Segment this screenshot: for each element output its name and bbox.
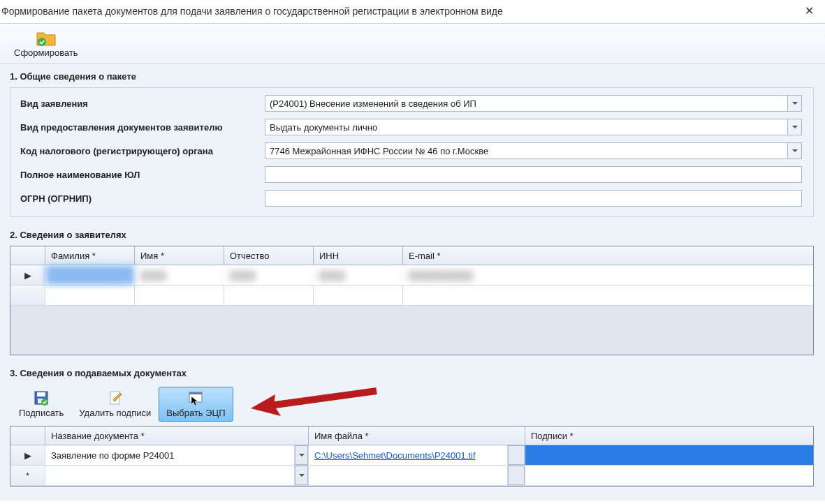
application-type-label: Вид заявления — [20, 98, 265, 109]
applicant-email-cell[interactable] — [403, 286, 813, 305]
chevron-down-icon — [792, 149, 798, 152]
applicant-email-cell[interactable]: ██████████ — [403, 265, 813, 285]
tax-code-select[interactable]: 7746 Межрайонная ИФНС России № 46 по г.М… — [265, 142, 802, 159]
sign-button[interactable]: Подписать — [11, 387, 71, 422]
choose-ecp-label: Выбрать ЭЦП — [166, 408, 225, 418]
applicant-firstname-cell[interactable] — [135, 286, 224, 305]
annotation-red-arrow — [247, 385, 387, 422]
documents-toolbar: Подписать Удалить подписи — [10, 384, 814, 426]
section2-title: 2. Сведения о заявителях — [10, 230, 814, 240]
form-package-label: Сформировать — [14, 47, 78, 58]
form-package-button[interactable]: Сформировать — [8, 27, 84, 60]
window-title: Формирование пакета документов для подач… — [1, 6, 503, 17]
applicants-patronymic-header[interactable]: Отчество — [224, 246, 314, 265]
remove-signs-label: Удалить подписи — [79, 408, 151, 418]
documents-row[interactable]: ▶ Заявление по форме Р24001 C:\Users\Seh… — [10, 445, 813, 466]
doc-file-cell[interactable]: C:\Users\Sehmet\Documents\P24001.tif — [309, 445, 508, 465]
choose-ecp-button[interactable]: Выбрать ЭЦП — [159, 387, 233, 422]
svg-rect-7 — [189, 392, 202, 394]
applicant-inn-cell[interactable]: ████ — [314, 265, 403, 285]
applicants-grid-empty-area — [10, 306, 813, 355]
chevron-down-icon — [299, 474, 305, 477]
applicants-row[interactable]: ▶ ██████ ████ ████ ████ ██████████ — [10, 265, 813, 286]
section-documents: 3. Сведения о подаваемых документах Подп… — [10, 368, 814, 487]
application-type-value: (Р24001) Внесение изменений в сведения о… — [265, 95, 788, 112]
doc-pencil-icon — [108, 390, 123, 406]
tax-code-dropdown-button[interactable] — [788, 142, 802, 159]
applicants-firstname-header[interactable]: Имя * — [135, 246, 224, 265]
delivery-method-dropdown-button[interactable] — [788, 119, 802, 135]
sign-button-label: Подписать — [19, 408, 64, 418]
applicant-patronymic-cell[interactable]: ████ — [224, 265, 314, 285]
row-selector[interactable]: * — [10, 466, 45, 485]
doc-file-browse-button[interactable] — [508, 466, 525, 485]
docs-name-header[interactable]: Название документа * — [45, 427, 309, 445]
ogrn-input[interactable] — [265, 190, 802, 207]
docs-selector-header — [10, 427, 45, 445]
delivery-method-select[interactable]: Выдать документы лично — [265, 119, 802, 135]
doc-name-cell[interactable]: Заявление по форме Р24001 — [45, 445, 295, 465]
applicants-email-header[interactable]: E-mail * — [403, 246, 813, 265]
section-general-info: 1. Общие сведения о пакете Вид заявления… — [10, 71, 814, 217]
section3-title: 3. Сведения о подаваемых документах — [10, 368, 814, 378]
floppy-sign-icon — [34, 390, 49, 406]
applicants-selector-header — [10, 246, 45, 265]
doc-file-cell[interactable] — [309, 466, 508, 485]
section-applicants: 2. Сведения о заявителях Фамилия * Имя *… — [10, 230, 814, 355]
legal-full-name-label: Полное наименование ЮЛ — [20, 170, 265, 180]
delivery-method-label: Вид предоставления документов заявителю — [20, 122, 265, 133]
doc-name-dropdown-button[interactable] — [295, 466, 309, 485]
application-type-select[interactable]: (Р24001) Внесение изменений в сведения о… — [265, 95, 802, 112]
remove-signs-button[interactable]: Удалить подписи — [71, 387, 159, 422]
main-toolbar: Сформировать — [0, 24, 825, 64]
cursor-icon — [190, 395, 201, 406]
row-selector[interactable] — [10, 286, 45, 305]
documents-grid: Название документа * Имя файла * Подписи… — [10, 426, 814, 487]
applicant-lastname-cell[interactable]: ██████ — [45, 265, 135, 285]
row-selector[interactable]: ▶ — [10, 265, 45, 285]
applicant-firstname-cell[interactable]: ████ — [135, 265, 224, 285]
chevron-down-icon — [299, 454, 305, 457]
applicants-grid: Фамилия * Имя * Отчество ИНН E-mail * ▶ … — [10, 246, 814, 355]
docs-file-header[interactable]: Имя файла * — [309, 427, 525, 445]
applicant-lastname-cell[interactable] — [45, 286, 135, 305]
tax-code-value: 7746 Межрайонная ИФНС России № 46 по г.М… — [265, 142, 788, 159]
close-button[interactable]: ✕ — [801, 3, 818, 19]
doc-signatures-cell[interactable] — [525, 466, 813, 485]
doc-name-dropdown-button[interactable] — [295, 445, 309, 465]
applicant-patronymic-cell[interactable] — [224, 286, 314, 305]
doc-file-link[interactable]: C:\Users\Sehmet\Documents\P24001.tif — [314, 450, 476, 461]
applicant-inn-cell[interactable] — [314, 286, 403, 305]
chevron-down-icon — [792, 126, 798, 128]
delivery-method-value: Выдать документы лично — [265, 119, 788, 135]
doc-name-cell[interactable] — [45, 466, 295, 485]
tax-code-label: Код налогового (регистрирующего) органа — [20, 146, 265, 156]
row-selector[interactable]: ▶ — [10, 445, 45, 465]
doc-file-browse-button[interactable] — [508, 445, 525, 465]
documents-new-row[interactable]: * — [10, 466, 813, 486]
svg-rect-2 — [37, 392, 45, 396]
svg-point-0 — [38, 38, 46, 46]
applicants-empty-row[interactable] — [10, 286, 813, 306]
applicants-lastname-header[interactable]: Фамилия * — [45, 246, 135, 265]
svg-point-4 — [41, 399, 48, 406]
chevron-down-icon — [792, 102, 798, 105]
legal-full-name-input[interactable] — [265, 166, 802, 183]
application-type-dropdown-button[interactable] — [788, 95, 802, 112]
section1-title: 1. Общие сведения о пакете — [10, 71, 814, 82]
folder-check-icon — [36, 29, 57, 47]
ogrn-label: ОГРН (ОГРНИП) — [20, 193, 265, 204]
applicants-inn-header[interactable]: ИНН — [314, 246, 403, 265]
docs-signatures-header[interactable]: Подписи * — [525, 427, 813, 445]
doc-signatures-cell[interactable] — [525, 445, 813, 465]
